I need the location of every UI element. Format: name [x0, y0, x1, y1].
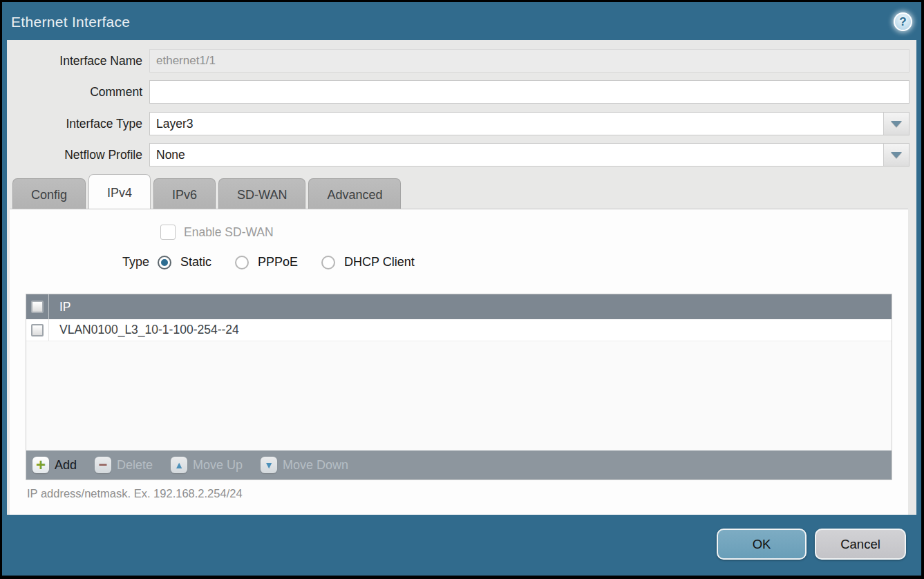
delete-button[interactable]: − Delete [95, 457, 153, 473]
radio-dhcp-client-label: DHCP Client [344, 255, 415, 269]
table-toolbar: + Add − Delete ▲ Move Up ▼ Move Down [26, 450, 892, 480]
enable-sdwan-checkbox[interactable] [160, 225, 176, 240]
add-button[interactable]: + Add [32, 457, 77, 473]
ipv4-tab-panel: Enable SD-WAN Type Static PPPoE DHCP Cli… [10, 209, 908, 515]
netflow-profile-value: None [156, 144, 881, 166]
interface-type-dropdown[interactable]: Layer3 [149, 112, 909, 135]
radio-dhcp-client[interactable]: DHCP Client [321, 255, 415, 269]
ip-table: IP VLAN0100_L3_10-1-100-254--24 + Add − [26, 294, 892, 480]
ip-entry-value: VLAN0100_L3_10-1-100-254--24 [49, 323, 239, 337]
radio-pppoe-label: PPPoE [258, 255, 298, 269]
netflow-profile-label: Netflow Profile [7, 143, 142, 167]
move-up-button-label: Move Up [193, 458, 243, 473]
comment-label: Comment [7, 80, 142, 104]
interface-type-label: Interface Type [7, 112, 142, 135]
move-down-icon: ▼ [261, 457, 277, 473]
interface-name-row: Interface Name [7, 49, 909, 73]
cancel-button[interactable]: Cancel [815, 529, 906, 560]
interface-type-dropdown-button[interactable] [883, 113, 909, 135]
ok-button[interactable]: OK [717, 529, 807, 560]
type-label: Type [122, 255, 149, 269]
enable-sdwan-row: Enable SD-WAN [160, 225, 274, 240]
move-up-icon: ▲ [171, 457, 187, 473]
move-down-button[interactable]: ▼ Move Down [261, 457, 348, 473]
radio-static-label: Static [180, 255, 211, 269]
netflow-profile-dropdown[interactable]: None [149, 143, 909, 167]
radio-pppoe-control[interactable] [235, 256, 249, 269]
enable-sdwan-label: Enable SD-WAN [184, 225, 274, 240]
chevron-down-icon [891, 152, 902, 158]
interface-type-value: Layer3 [156, 113, 881, 135]
radio-static-control[interactable] [158, 256, 171, 269]
comment-input[interactable] [149, 80, 909, 104]
move-up-button[interactable]: ▲ Move Up [171, 457, 243, 473]
chevron-down-icon [891, 121, 902, 127]
tab-ipv4[interactable]: IPv4 [88, 174, 151, 209]
ip-column-header: IP [49, 300, 71, 314]
interface-name-input [149, 49, 909, 73]
interface-type-row: Interface Type Layer3 [7, 112, 909, 135]
tab-config[interactable]: Config [12, 178, 86, 209]
comment-row: Comment [7, 80, 909, 104]
table-row[interactable]: VLAN0100_L3_10-1-100-254--24 [26, 319, 892, 341]
tab-advanced[interactable]: Advanced [308, 178, 401, 209]
netflow-profile-row: Netflow Profile None [7, 143, 909, 167]
dialog-footer: OK Cancel [2, 515, 921, 576]
select-all-checkbox[interactable] [31, 301, 44, 313]
address-type-radio-group: Type Static PPPoE DHCP Client [122, 255, 438, 269]
add-button-label: Add [55, 458, 77, 473]
interface-name-label: Interface Name [7, 49, 142, 73]
table-empty-area [26, 341, 892, 450]
help-icon[interactable]: ? [894, 12, 912, 31]
ip-table-header: IP [26, 294, 892, 319]
delete-button-label: Delete [117, 458, 153, 473]
ethernet-interface-dialog: Ethernet Interface ? Interface Name Comm… [2, 2, 921, 576]
tab-ipv6[interactable]: IPv6 [153, 178, 216, 209]
radio-dhcp-client-control[interactable] [321, 256, 335, 269]
add-icon: + [32, 457, 49, 473]
tab-sd-wan[interactable]: SD-WAN [218, 178, 305, 209]
dialog-title: Ethernet Interface [11, 14, 130, 30]
netflow-profile-dropdown-button[interactable] [883, 144, 909, 166]
radio-pppoe[interactable]: PPPoE [235, 255, 298, 269]
delete-icon: − [95, 457, 111, 473]
move-down-button-label: Move Down [283, 458, 348, 473]
ip-format-hint: IP address/netmask. Ex. 192.168.2.254/24 [27, 487, 243, 500]
dialog-body: Interface Name Comment Interface Type La… [7, 40, 916, 515]
dialog-titlebar: Ethernet Interface ? [2, 2, 921, 40]
radio-static[interactable]: Static [158, 255, 211, 269]
tab-bar: Config IPv4 IPv6 SD-WAN Advanced [12, 174, 916, 209]
row-checkbox[interactable] [31, 324, 44, 336]
